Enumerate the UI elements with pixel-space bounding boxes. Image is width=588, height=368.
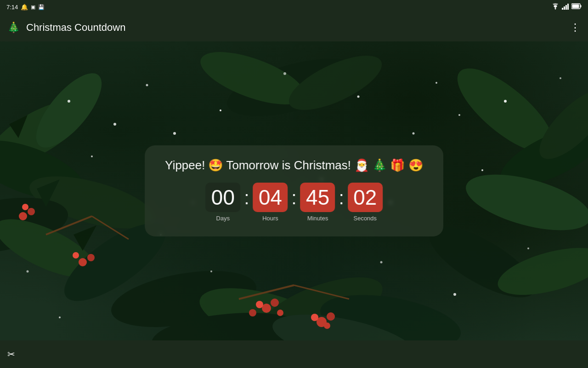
- seconds-label: Seconds: [353, 215, 377, 222]
- svg-point-39: [271, 299, 279, 307]
- app-tree-icon: 🎄: [7, 22, 20, 34]
- svg-point-62: [481, 169, 483, 171]
- tools-icon[interactable]: ✂: [7, 349, 15, 360]
- days-label: Days: [216, 215, 230, 222]
- days-block: 00 Days: [204, 183, 241, 222]
- minutes-value: 45: [300, 183, 335, 212]
- svg-point-71: [380, 261, 383, 264]
- svg-point-69: [113, 123, 116, 126]
- svg-point-58: [560, 77, 561, 79]
- svg-point-37: [73, 252, 79, 259]
- battery-icon: [571, 3, 582, 11]
- svg-rect-1: [564, 6, 565, 10]
- svg-rect-6: [581, 5, 582, 7]
- svg-point-33: [28, 208, 35, 215]
- status-right: [551, 3, 582, 11]
- wifi-icon: [551, 3, 560, 11]
- svg-point-36: [87, 254, 95, 261]
- svg-point-53: [220, 109, 221, 111]
- svg-point-61: [413, 132, 415, 135]
- time-display: 7:14: [6, 4, 18, 11]
- countdown-card: Yippee! 🤩 Tomorrow is Christmas! 🎅 🎄 🎁 😍…: [145, 145, 443, 236]
- svg-point-46: [324, 322, 330, 329]
- minutes-label: Minutes: [307, 215, 328, 222]
- svg-point-41: [277, 310, 283, 316]
- colon-1: :: [241, 188, 252, 208]
- svg-rect-0: [562, 8, 563, 10]
- svg-rect-5: [572, 5, 579, 8]
- days-value: 00: [205, 183, 240, 212]
- svg-point-72: [59, 316, 61, 318]
- seconds-block: 02 Seconds: [347, 183, 384, 222]
- countdown-timer: 00 Days : 04 Hours : 45 Minutes : 02 Sec…: [165, 183, 423, 222]
- sim-icon: ▣: [31, 4, 35, 10]
- svg-point-63: [27, 270, 29, 273]
- svg-rect-3: [567, 4, 569, 10]
- svg-point-52: [146, 84, 148, 86]
- colon-2: :: [288, 188, 299, 208]
- svg-point-42: [249, 309, 256, 316]
- storage-icon: 💾: [38, 4, 45, 10]
- svg-point-60: [173, 132, 176, 135]
- svg-point-34: [22, 204, 28, 210]
- main-content: Yippee! 🤩 Tomorrow is Christmas! 🎅 🎄 🎁 😍…: [0, 41, 588, 340]
- svg-point-55: [357, 96, 360, 98]
- svg-point-73: [453, 293, 456, 296]
- svg-point-45: [311, 314, 318, 321]
- svg-point-59: [91, 155, 93, 157]
- more-options-button[interactable]: ⋮: [570, 22, 581, 34]
- countdown-message: Yippee! 🤩 Tomorrow is Christmas! 🎅 🎄 🎁 😍: [165, 158, 423, 172]
- minutes-block: 45 Minutes: [300, 183, 336, 222]
- hours-label: Hours: [262, 215, 278, 222]
- app-title: Christmas Countdown: [26, 22, 564, 34]
- notification-icon: 🔔: [21, 4, 28, 11]
- colon-3: :: [336, 188, 347, 208]
- hours-value: 04: [253, 183, 288, 212]
- svg-point-66: [527, 247, 529, 249]
- svg-point-54: [283, 72, 286, 75]
- bottom-bar: ✂: [0, 340, 588, 368]
- svg-point-70: [458, 114, 460, 116]
- status-bar: 7:14 🔔 ▣ 💾: [0, 0, 588, 14]
- svg-point-32: [19, 212, 27, 220]
- seconds-value: 02: [348, 183, 383, 212]
- svg-point-40: [256, 301, 263, 308]
- svg-point-51: [68, 100, 70, 103]
- svg-point-35: [79, 258, 87, 266]
- svg-point-56: [435, 82, 437, 84]
- hours-block: 04 Hours: [252, 183, 288, 222]
- status-left: 7:14 🔔 ▣ 💾: [6, 4, 45, 11]
- svg-point-44: [327, 312, 335, 321]
- svg-point-74: [210, 270, 212, 272]
- svg-point-38: [262, 304, 271, 313]
- svg-point-57: [504, 100, 507, 103]
- app-bar: 🎄 Christmas Countdown ⋮: [0, 14, 588, 41]
- svg-rect-2: [565, 5, 567, 10]
- signal-icon: [562, 3, 569, 11]
